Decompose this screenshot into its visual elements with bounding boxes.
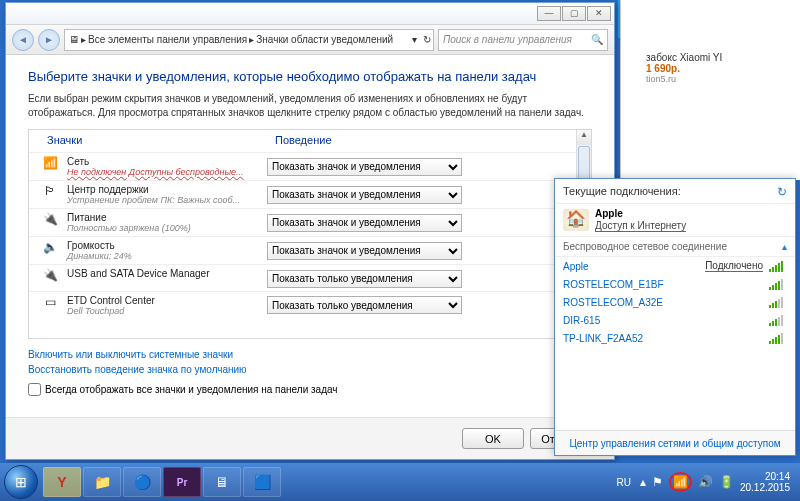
row-subtitle: Dell Touchpad bbox=[67, 306, 267, 316]
tray-battery-icon[interactable]: 🔋 bbox=[719, 475, 734, 489]
row-icon: 🔌 bbox=[41, 212, 59, 230]
wifi-network-item[interactable]: ROSTELECOM_A32E bbox=[555, 293, 795, 311]
current-network-status: Доступ к Интернету bbox=[595, 220, 686, 232]
wifi-name: TP-LINK_F2AA52 bbox=[563, 333, 643, 344]
behavior-select[interactable]: Показать только уведомления bbox=[267, 296, 462, 314]
breadcrumb[interactable]: 🖥 ▸ Все элементы панели управления ▸ Зна… bbox=[64, 29, 434, 51]
row-title: Центр поддержки bbox=[67, 184, 267, 195]
current-connections-label: Текущие подключения: bbox=[563, 185, 681, 199]
tray-language[interactable]: RU bbox=[613, 475, 633, 490]
row-title: Сеть bbox=[67, 156, 267, 167]
ok-button[interactable]: OK bbox=[462, 428, 524, 449]
chevron-up-icon[interactable]: ▴ bbox=[782, 241, 787, 252]
row-icon: 🔌 bbox=[41, 268, 59, 286]
table-row: ▭ETD Control CenterDell TouchpadПоказать… bbox=[29, 291, 591, 319]
row-title: ETD Control Center bbox=[67, 295, 267, 306]
search-input[interactable]: Поиск в панели управления 🔍 bbox=[438, 29, 608, 51]
titlebar[interactable]: — ▢ ✕ bbox=[6, 3, 614, 25]
table-row: 🔌USB and SATA Device ManagerПоказать тол… bbox=[29, 264, 591, 291]
taskbar-item-chrome[interactable]: 🔵 bbox=[123, 467, 161, 497]
taskbar-item-app[interactable]: 🟦 bbox=[243, 467, 281, 497]
tray-volume-icon[interactable]: 🔊 bbox=[698, 475, 713, 489]
maximize-button[interactable]: ▢ bbox=[562, 6, 586, 21]
tray-clock[interactable]: 20:14 20.12.2015 bbox=[740, 471, 790, 493]
behavior-select[interactable]: Показать значок и уведомления bbox=[267, 242, 462, 260]
row-title: USB and SATA Device Manager bbox=[67, 268, 267, 279]
refresh-icon[interactable]: ↻ bbox=[777, 185, 787, 199]
taskbar-item-control-panel[interactable]: 🖥 bbox=[203, 467, 241, 497]
nav-back-button[interactable]: ◄ bbox=[12, 29, 34, 51]
taskbar-item-premiere[interactable]: Pr bbox=[163, 467, 201, 497]
connected-badge: Подключено bbox=[705, 260, 763, 272]
row-title: Громкость bbox=[67, 240, 267, 251]
wireless-section-label: Беспроводное сетевое соединение bbox=[563, 241, 727, 252]
row-icon: ▭ bbox=[41, 295, 59, 313]
home-network-icon: 🏠 bbox=[563, 209, 589, 231]
row-subtitle: Устранение проблем ПК: Важных сооб... bbox=[67, 195, 267, 205]
page-subtitle: Если выбран режим скрытия значков и увед… bbox=[28, 92, 592, 119]
behavior-select[interactable]: Показать значок и уведомления bbox=[267, 186, 462, 204]
tray-date: 20.12.2015 bbox=[740, 482, 790, 493]
wifi-network-item[interactable]: TP-LINK_F2AA52 bbox=[555, 329, 795, 347]
close-button[interactable]: ✕ bbox=[587, 6, 611, 21]
tray-action-center-icon[interactable]: ⚑ bbox=[652, 475, 663, 489]
taskbar-item-explorer[interactable]: 📁 bbox=[83, 467, 121, 497]
col-header-behavior: Поведение bbox=[275, 134, 332, 146]
always-show-checkbox[interactable] bbox=[28, 383, 41, 396]
link-system-icons[interactable]: Включить или выключить системные значки bbox=[28, 349, 592, 360]
behavior-select[interactable]: Показать значок и уведомления bbox=[267, 158, 462, 176]
minimize-button[interactable]: — bbox=[537, 6, 561, 21]
signal-icon bbox=[769, 332, 787, 344]
taskbar-item-yandex[interactable]: Y bbox=[43, 467, 81, 497]
search-placeholder: Поиск в панели управления bbox=[443, 34, 572, 45]
tray-network-icon[interactable]: 📶 bbox=[669, 472, 692, 492]
wifi-network-item[interactable]: ROSTELECOM_E1BF bbox=[555, 275, 795, 293]
control-panel-window: — ▢ ✕ ◄ ► 🖥 ▸ Все элементы панели управл… bbox=[5, 2, 615, 460]
table-row: 🏳Центр поддержкиУстранение проблем ПК: В… bbox=[29, 180, 591, 208]
row-subtitle: Динамики: 24% bbox=[67, 251, 267, 261]
breadcrumb-item-2[interactable]: Значки области уведомлений bbox=[256, 34, 393, 45]
search-icon: 🔍 bbox=[591, 34, 603, 45]
always-show-label: Всегда отображать все значки и уведомлен… bbox=[45, 384, 338, 395]
table-row: 📶СетьНе подключен Доступны беспроводные.… bbox=[29, 152, 591, 180]
network-sharing-center-link[interactable]: Центр управления сетями и общим доступом bbox=[569, 438, 780, 449]
always-show-checkbox-row[interactable]: Всегда отображать все значки и уведомлен… bbox=[28, 383, 592, 396]
tray-time: 20:14 bbox=[740, 471, 790, 482]
wifi-name: Apple bbox=[563, 261, 589, 272]
ad-title: забокс Xiaomi YI bbox=[646, 52, 796, 63]
wifi-name: ROSTELECOM_A32E bbox=[563, 297, 663, 308]
page-title: Выберите значки и уведомления, которые н… bbox=[28, 69, 592, 84]
breadcrumb-icon: 🖥 bbox=[69, 34, 79, 45]
current-network-name: Apple bbox=[595, 208, 686, 219]
ad-site: tion5.ru bbox=[646, 74, 796, 84]
row-icon: 🏳 bbox=[41, 184, 59, 202]
tray-hidden-icons-button[interactable]: ▴ bbox=[640, 475, 646, 489]
row-subtitle: Не подключен Доступны беспроводные... bbox=[67, 167, 267, 177]
ad-price: 1 690р. bbox=[646, 63, 796, 74]
signal-icon bbox=[769, 314, 787, 326]
wifi-network-item[interactable]: DIR-615 bbox=[555, 311, 795, 329]
network-flyout: Текущие подключения: ↻ 🏠 Apple Доступ к … bbox=[554, 178, 796, 456]
signal-icon bbox=[769, 278, 787, 290]
wifi-name: ROSTELECOM_E1BF bbox=[563, 279, 664, 290]
link-restore-defaults[interactable]: Восстановить поведение значка по умолчан… bbox=[28, 364, 592, 375]
table-row: 🔌ПитаниеПолностью заряжена (100%)Показат… bbox=[29, 208, 591, 236]
icons-behavior-table: Значки Поведение 📶СетьНе подключен Досту… bbox=[28, 129, 592, 339]
breadcrumb-item-1[interactable]: Все элементы панели управления bbox=[88, 34, 247, 45]
col-header-icons: Значки bbox=[47, 134, 275, 146]
scroll-up-button[interactable]: ▲ bbox=[577, 130, 591, 145]
row-title: Питание bbox=[67, 212, 267, 223]
row-icon: 📶 bbox=[41, 156, 59, 174]
signal-icon bbox=[769, 260, 787, 272]
behavior-select[interactable]: Показать значок и уведомления bbox=[267, 214, 462, 232]
wifi-name: DIR-615 bbox=[563, 315, 600, 326]
nav-forward-button[interactable]: ► bbox=[38, 29, 60, 51]
ad-block[interactable]: забокс Xiaomi YI 1 690р. tion5.ru bbox=[646, 52, 796, 84]
signal-icon bbox=[769, 296, 787, 308]
table-row: 🔈ГромкостьДинамики: 24%Показать значок и… bbox=[29, 236, 591, 264]
row-subtitle: Полностью заряжена (100%) bbox=[67, 223, 267, 233]
behavior-select[interactable]: Показать только уведомления bbox=[267, 270, 462, 288]
start-button[interactable] bbox=[4, 465, 38, 499]
wifi-network-item[interactable]: AppleПодключено bbox=[555, 257, 795, 275]
taskbar[interactable]: Y 📁 🔵 Pr 🖥 🟦 RU ▴ ⚑ 📶 🔊 🔋 20:14 20.12.20… bbox=[0, 463, 800, 501]
